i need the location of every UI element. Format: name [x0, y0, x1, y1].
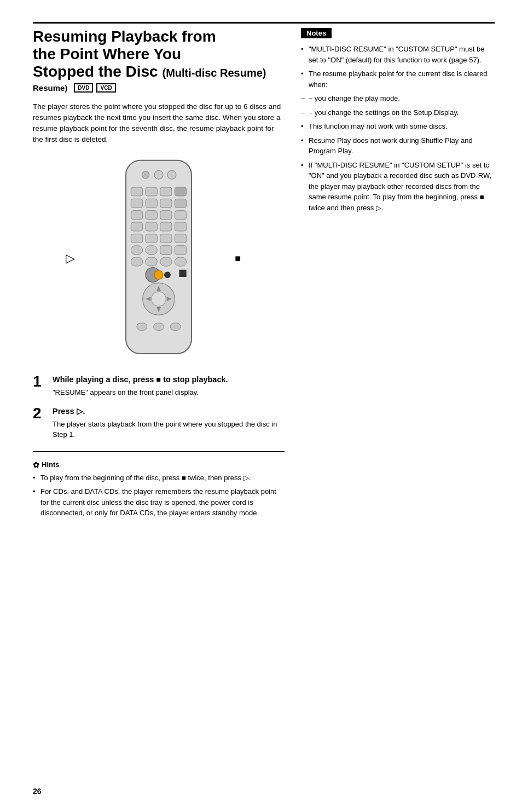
- top-rule: [33, 22, 495, 24]
- svg-rect-8: [131, 199, 142, 208]
- dvd-badge: DVD: [74, 83, 93, 93]
- step-1: 1 While playing a disc, press ■ to stop …: [33, 374, 285, 398]
- svg-rect-23: [175, 234, 186, 243]
- svg-rect-7: [175, 187, 186, 196]
- svg-rect-15: [175, 210, 186, 219]
- svg-rect-43: [154, 323, 164, 330]
- step-1-number: 1: [33, 374, 46, 398]
- svg-point-37: [152, 291, 166, 306]
- svg-point-2: [154, 170, 163, 179]
- step-2-content: Press ▷. The player starts playback from…: [53, 406, 285, 440]
- svg-point-3: [167, 170, 176, 179]
- svg-rect-13: [146, 210, 157, 219]
- svg-rect-14: [160, 210, 172, 219]
- hints-title: ✿ Hints: [33, 460, 285, 469]
- intro-text: The player stores the point where you st…: [33, 101, 285, 146]
- svg-point-34: [165, 272, 171, 278]
- right-column: Notes "MULTI-DISC RESUME" in "CUSTOM SET…: [301, 28, 495, 522]
- note-2: The resume playback point for the curren…: [309, 70, 488, 89]
- left-column: Resuming Playback from the Point Where Y…: [33, 28, 285, 522]
- hints-label: Hints: [42, 460, 60, 469]
- vcd-badge: VCD: [96, 83, 115, 93]
- resume-label: Resume): [33, 83, 67, 93]
- steps-section: 1 While playing a disc, press ■ to stop …: [33, 374, 285, 440]
- divider: [33, 451, 285, 452]
- svg-rect-44: [170, 323, 181, 330]
- svg-point-33: [154, 270, 163, 279]
- title-subtitle: (Multi-disc Resume): [162, 67, 266, 79]
- remote-illustration: ▷: [33, 157, 285, 361]
- notes-label: Notes: [301, 28, 332, 38]
- step-2-number: 2: [33, 406, 46, 440]
- svg-rect-42: [137, 323, 147, 330]
- step-1-title: While playing a disc, press ■ to stop pl…: [53, 374, 285, 385]
- step-1-desc: "RESUME" appears on the front panel disp…: [53, 387, 285, 398]
- note-2-container: The resume playback point for the curren…: [301, 68, 495, 90]
- title-line2: the Point Where You: [33, 45, 181, 62]
- svg-rect-20: [131, 234, 142, 243]
- title-line3: Stopped the Disc: [33, 63, 158, 80]
- step-1-content: While playing a disc, press ■ to stop pl…: [53, 374, 285, 398]
- svg-rect-25: [146, 245, 157, 254]
- hint-1: To play from the beginning of the disc, …: [33, 473, 285, 483]
- play-arrow-indicator: ▷: [66, 251, 75, 266]
- page-number: 26: [33, 787, 42, 796]
- svg-rect-4: [131, 187, 142, 196]
- step-2: 2 Press ▷. The player starts playback fr…: [33, 406, 285, 440]
- svg-rect-9: [146, 199, 157, 208]
- svg-rect-18: [160, 222, 172, 231]
- remote-svg: [115, 157, 202, 361]
- note-3: This function may not work with some dis…: [301, 121, 495, 132]
- hints-icon: ✿: [33, 460, 39, 469]
- step-2-desc: The player starts playback from the poin…: [53, 419, 285, 440]
- svg-rect-6: [160, 187, 172, 196]
- svg-point-1: [142, 171, 149, 178]
- hint-2: For CDs, and DATA CDs, the player rememb…: [33, 486, 285, 519]
- svg-rect-29: [146, 257, 157, 266]
- svg-rect-16: [131, 222, 142, 231]
- note-5: If "MULTI-DISC RESUME" in "CUSTOM SETUP"…: [301, 160, 495, 214]
- note-2a: – you change the play mode.: [301, 93, 495, 104]
- svg-rect-30: [160, 257, 172, 266]
- svg-rect-28: [131, 257, 142, 266]
- svg-rect-26: [160, 245, 172, 254]
- svg-rect-10: [160, 199, 172, 208]
- svg-rect-11: [175, 199, 186, 208]
- main-title: Resuming Playback from the Point Where Y…: [33, 28, 285, 81]
- svg-rect-12: [131, 210, 142, 219]
- svg-rect-27: [175, 245, 186, 254]
- svg-rect-5: [146, 187, 157, 196]
- svg-rect-21: [146, 234, 157, 243]
- note-2b: – you change the settings on the Setup D…: [301, 107, 495, 118]
- hints-section: ✿ Hints To play from the beginning of th…: [33, 460, 285, 519]
- svg-rect-31: [175, 257, 186, 266]
- format-badges: Resume) DVD VCD: [33, 83, 285, 93]
- note-4: Resume Play does not work during Shuffle…: [301, 135, 495, 157]
- svg-rect-35: [179, 269, 186, 277]
- svg-rect-24: [131, 245, 142, 254]
- svg-rect-19: [175, 222, 186, 231]
- stop-square-indicator: ■: [235, 253, 241, 264]
- hints-list: To play from the beginning of the disc, …: [33, 473, 285, 519]
- step-2-title: Press ▷.: [53, 406, 285, 417]
- svg-rect-17: [146, 222, 157, 231]
- notes-list: "MULTI-DISC RESUME" in "CUSTOM SETUP" mu…: [301, 44, 495, 213]
- note-1: "MULTI-DISC RESUME" in "CUSTOM SETUP" mu…: [301, 44, 495, 65]
- svg-rect-22: [160, 234, 172, 243]
- title-line1: Resuming Playback from: [33, 28, 216, 45]
